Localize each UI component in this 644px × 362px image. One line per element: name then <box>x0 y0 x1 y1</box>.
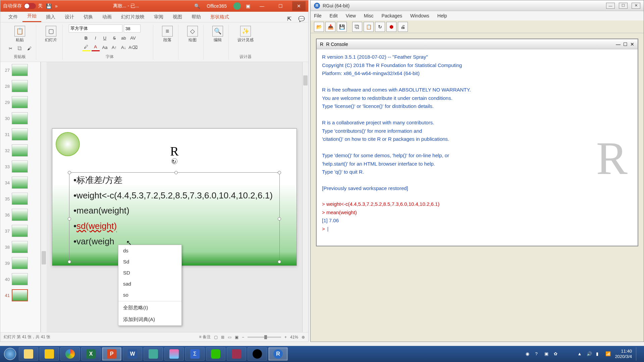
taskbar-app-red[interactable] <box>227 347 246 361</box>
editing-button[interactable]: 🔍 编辑 <box>210 24 226 44</box>
taskbar-player[interactable] <box>40 347 59 361</box>
paste-button[interactable]: 📋 粘贴 <box>12 24 28 44</box>
menu-packages[interactable]: Packages <box>382 13 402 18</box>
taskbar-excel[interactable]: X <box>81 347 101 361</box>
suggestion-item[interactable]: Sd <box>118 256 181 267</box>
suggestion-item[interactable]: sad <box>118 278 181 289</box>
taskbar-wechat[interactable] <box>206 347 225 361</box>
menu-file[interactable]: File <box>314 13 322 18</box>
account-icon[interactable] <box>233 2 241 10</box>
menu-view[interactable]: View <box>346 13 356 18</box>
drawing-button[interactable]: ◇ 绘图 <box>184 24 201 44</box>
close-button[interactable]: ✕ <box>632 3 640 9</box>
suggestion-item[interactable]: so <box>118 289 181 300</box>
zoom-in-button[interactable]: + <box>284 335 287 340</box>
taskbar-chrome[interactable] <box>60 347 80 361</box>
taskbar-file-explorer[interactable] <box>19 347 38 361</box>
suggestion-item[interactable]: ds <box>118 245 181 256</box>
resize-handle[interactable] <box>68 260 71 263</box>
copy-icon[interactable]: ⿻ <box>16 45 24 53</box>
taskbar-word[interactable]: W <box>123 347 142 361</box>
font-color-button[interactable]: A <box>92 43 100 51</box>
notes-button[interactable]: ≡ 备注 <box>199 334 211 340</box>
minimize-button[interactable]: — <box>255 1 269 11</box>
minimize-button[interactable]: — <box>606 3 615 9</box>
fit-button[interactable]: ⊕ <box>302 335 305 340</box>
network-icon[interactable]: 📶 <box>605 351 611 357</box>
resize-handle[interactable] <box>68 217 71 221</box>
zoom-slider[interactable] <box>248 337 281 338</box>
slide-scrollbar[interactable] <box>302 62 308 332</box>
maximize-button[interactable]: ☐ <box>619 3 628 9</box>
taskbar-qq[interactable] <box>248 347 267 361</box>
copy-icon[interactable]: ⿻ <box>352 22 362 32</box>
reading-view-icon[interactable]: ▭ <box>228 335 231 340</box>
menu-windows[interactable]: Windows <box>410 13 429 18</box>
italic-button[interactable]: I <box>92 34 100 42</box>
tab-animation[interactable]: 动画 <box>98 12 116 22</box>
r-console-output[interactable]: R version 3.5.1 (2018-07-02) -- "Feather… <box>317 49 638 246</box>
save-icon[interactable]: 💾 <box>46 3 52 9</box>
spacing-button[interactable]: AV <box>129 34 137 42</box>
volume-icon[interactable]: 🔊 <box>587 351 592 357</box>
tab-help[interactable]: 帮助 <box>187 12 206 22</box>
ignore-all-item[interactable]: 全部忽略(I) <box>118 302 181 314</box>
tray-chevron-icon[interactable]: ▲ <box>577 351 583 357</box>
tab-insert[interactable]: 插入 <box>41 12 60 22</box>
tray-icon[interactable]: ▣ <box>544 351 550 357</box>
window-layout-icon[interactable]: ▣ <box>246 3 250 9</box>
more-icon[interactable]: » <box>55 3 58 9</box>
underline-button[interactable]: U <box>101 34 109 42</box>
font-name-select[interactable] <box>69 24 122 33</box>
zoom-level[interactable]: 41% <box>290 335 298 340</box>
cut-icon[interactable]: ✂ <box>6 45 14 53</box>
decrease-font-button[interactable]: A↓ <box>120 43 128 51</box>
taskbar-idm[interactable] <box>144 347 163 361</box>
menu-help[interactable]: Help <box>437 13 447 18</box>
tray-help-icon[interactable]: ? <box>535 351 540 357</box>
add-to-dictionary-item[interactable]: 添加到词典(A) <box>118 314 181 325</box>
thumb-scrollbar[interactable] <box>41 62 47 332</box>
search-icon[interactable]: 🔍 <box>194 3 200 9</box>
print-icon[interactable]: 🖨 <box>398 22 408 32</box>
taskbar-r[interactable]: R <box>268 347 288 361</box>
open-icon[interactable]: 📂 <box>314 22 324 32</box>
share-icon[interactable]: ⇱ <box>287 16 291 22</box>
tab-slideshow[interactable]: 幻灯片放映 <box>116 12 149 22</box>
maximize-button[interactable]: ☐ <box>274 1 287 11</box>
tab-shape-format[interactable]: 形状格式 <box>206 12 234 22</box>
save-icon[interactable]: 💾 <box>337 22 347 32</box>
load-icon[interactable]: 📥 <box>325 22 335 32</box>
clear-format-button[interactable]: A⌫ <box>129 43 137 51</box>
taskbar-mathtype[interactable]: Σ <box>185 347 205 361</box>
tray-icon[interactable]: ◉ <box>526 351 531 357</box>
tab-home[interactable]: 开始 <box>22 11 41 22</box>
run-icon[interactable]: ↻ <box>375 22 385 32</box>
menu-edit[interactable]: Edit <box>330 13 338 18</box>
suggestion-item[interactable]: SD <box>118 267 181 278</box>
sorter-view-icon[interactable]: ⊞ <box>221 335 224 340</box>
console-close-button[interactable]: ✕ <box>630 42 634 47</box>
slide-thumbnails-panel[interactable]: 27 28 29 30 31 32 33 34 35 36 37 38 39 4… <box>0 62 41 332</box>
tab-design[interactable]: 设计 <box>60 12 79 22</box>
zoom-out-button[interactable]: − <box>242 335 244 340</box>
normal-view-icon[interactable]: ▢ <box>214 335 218 340</box>
menu-misc[interactable]: Misc <box>364 13 374 18</box>
new-slide-button[interactable]: ▢ 幻灯片 <box>42 24 60 44</box>
increase-font-button[interactable]: A↑ <box>110 43 118 51</box>
tab-transition[interactable]: 切换 <box>79 12 98 22</box>
slideshow-view-icon[interactable]: ▣ <box>235 335 238 340</box>
rotate-handle-icon[interactable]: ↻ <box>171 158 177 164</box>
console-prompt[interactable]: > <box>322 226 326 232</box>
start-button[interactable] <box>2 347 18 361</box>
tab-review[interactable]: 审阅 <box>149 12 168 22</box>
shadow-button[interactable]: ab <box>120 34 128 42</box>
tab-file[interactable]: 文件 <box>4 12 22 22</box>
resize-handle[interactable] <box>68 171 71 174</box>
tab-view[interactable]: 视图 <box>168 12 187 22</box>
resize-handle[interactable] <box>174 171 178 174</box>
paste-icon[interactable]: 📋 <box>364 22 374 32</box>
close-button[interactable]: ✕ <box>292 1 306 11</box>
change-case-button[interactable]: Aa <box>101 43 109 51</box>
console-maximize-button[interactable]: ☐ <box>623 42 628 47</box>
